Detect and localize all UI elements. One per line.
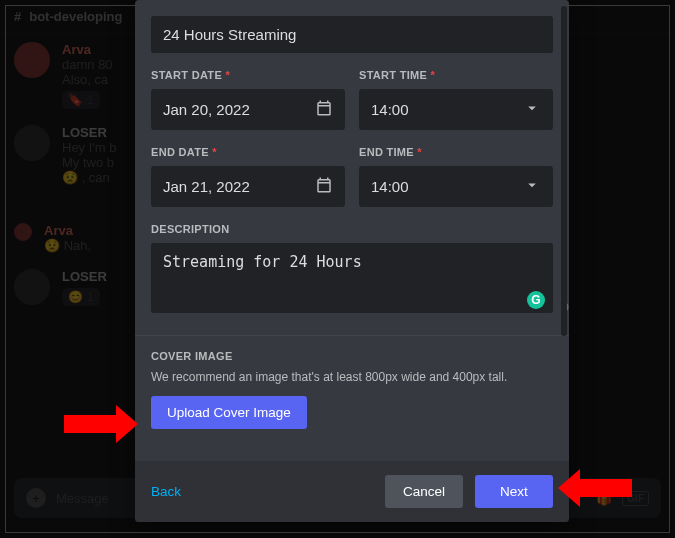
event-title-input[interactable] [151, 16, 553, 53]
divider [135, 335, 569, 336]
end-time-select[interactable]: 14:00 [359, 166, 553, 207]
reaction[interactable]: 😊 1 [62, 288, 100, 306]
calendar-icon [315, 176, 333, 197]
hash-icon: # [14, 9, 21, 24]
avatar [14, 223, 32, 241]
start-date-label: START DATE * [151, 69, 345, 81]
cover-image-label: COVER IMAGE [151, 350, 553, 362]
message-placeholder: Message [56, 491, 109, 506]
modal-footer: Back Cancel Next [135, 461, 569, 522]
avatar [14, 125, 50, 161]
description-textarea[interactable] [151, 243, 553, 313]
start-date-picker[interactable]: Jan 20, 2022 [151, 89, 345, 130]
upload-cover-button[interactable]: Upload Cover Image [151, 396, 307, 429]
end-date-label: END DATE * [151, 146, 345, 158]
calendar-icon [315, 99, 333, 120]
chevron-down-icon [523, 99, 541, 120]
reaction-count: 1 [87, 93, 94, 107]
start-time-label: START TIME * [359, 69, 553, 81]
description-label: DESCRIPTION [151, 223, 553, 235]
event-modal: START DATE * Jan 20, 2022 START TIME * 1… [135, 0, 569, 522]
avatar [14, 42, 50, 78]
reaction[interactable]: 🔖 1 [62, 91, 100, 109]
cover-image-hint: We recommend an image that's at least 80… [151, 370, 553, 384]
back-button[interactable]: Back [151, 475, 197, 508]
channel-name: bot-developing [29, 9, 122, 24]
annotation-arrow-next [576, 479, 632, 497]
start-time-select[interactable]: 14:00 [359, 89, 553, 130]
grammarly-icon[interactable]: G [527, 291, 545, 309]
start-time-value: 14:00 [371, 101, 409, 118]
end-time-value: 14:00 [371, 178, 409, 195]
avatar [14, 269, 50, 305]
annotation-arrow-upload [64, 415, 120, 433]
next-button[interactable]: Next [475, 475, 553, 508]
end-time-label: END TIME * [359, 146, 553, 158]
scrollbar[interactable] [561, 6, 567, 386]
chevron-down-icon [523, 176, 541, 197]
end-date-value: Jan 21, 2022 [163, 178, 250, 195]
end-date-picker[interactable]: Jan 21, 2022 [151, 166, 345, 207]
start-date-value: Jan 20, 2022 [163, 101, 250, 118]
cancel-button[interactable]: Cancel [385, 475, 463, 508]
add-attachment-icon[interactable]: + [26, 488, 46, 508]
reaction-count: 1 [87, 290, 94, 304]
